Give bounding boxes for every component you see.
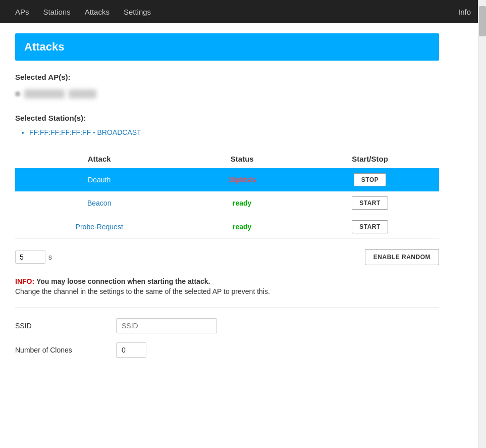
table-row-deauth: Deauth 10pkts/s STOP: [15, 168, 439, 191]
status-deauth: 10pkts/s: [183, 168, 301, 191]
start-beacon-button[interactable]: START: [352, 196, 388, 210]
ssid-input[interactable]: [116, 318, 217, 333]
selected-aps-display: [15, 86, 439, 102]
start-probe-request-cell: START: [301, 215, 439, 239]
nav-attacks[interactable]: Attacks: [78, 2, 117, 22]
timer-section: s: [15, 251, 52, 264]
attack-name-deauth: Deauth: [15, 168, 183, 191]
start-beacon-cell: START: [301, 191, 439, 215]
table-row-probe-request: Probe-Request ready START: [15, 215, 439, 239]
selected-stations-label: Selected Station(s):: [15, 114, 439, 122]
clones-label: Number of Clones: [15, 346, 116, 354]
nav-info[interactable]: Info: [451, 2, 478, 22]
scrollbar-thumb[interactable]: [479, 6, 486, 36]
form-section: SSID Number of Clones: [15, 318, 439, 358]
info-box: INFO: You may loose connection when star…: [15, 277, 439, 295]
scrollbar[interactable]: [478, 0, 486, 448]
ssid-label: SSID: [15, 322, 116, 330]
col-header-start-stop: Start/Stop: [301, 150, 439, 168]
attack-name-beacon: Beacon: [15, 191, 183, 215]
nav-aps[interactable]: APs: [8, 2, 36, 22]
info-sub-text: Change the channel in the settings to th…: [15, 287, 439, 295]
selected-stations-section: Selected Station(s): FF:FF:FF:FF:FF:FF -…: [15, 114, 439, 137]
station-item-broadcast: FF:FF:FF:FF:FF:FF - BROADCAST: [29, 127, 439, 137]
enable-random-button[interactable]: ENABLE RANDOM: [365, 249, 439, 265]
nav-stations[interactable]: Stations: [36, 2, 78, 22]
stop-deauth-button[interactable]: STOP: [354, 173, 386, 186]
timer-input[interactable]: [15, 251, 45, 264]
page-title: Attacks: [15, 33, 439, 61]
col-header-attack: Attack: [15, 150, 183, 168]
main-content: Attacks Selected AP(s): Selected Station…: [0, 23, 454, 377]
section-divider: [15, 308, 439, 308]
col-header-status: Status: [183, 150, 301, 168]
stop-deauth-cell: STOP: [301, 168, 439, 191]
navbar: APs Stations Attacks Settings Info: [0, 0, 486, 23]
stations-list: FF:FF:FF:FF:FF:FF - BROADCAST: [15, 127, 439, 137]
timer-row: s ENABLE RANDOM: [15, 249, 439, 265]
attack-name-probe-request: Probe-Request: [15, 215, 183, 239]
nav-settings[interactable]: Settings: [117, 2, 158, 22]
ap-indicator: [15, 91, 20, 96]
info-title: INFO:: [15, 277, 34, 285]
timer-unit: s: [48, 253, 52, 261]
selected-aps-label: Selected AP(s):: [15, 73, 439, 81]
ap-bssid-blurred: [69, 89, 96, 98]
status-probe-request: ready: [183, 215, 301, 239]
ssid-row: SSID: [15, 318, 439, 333]
attack-table: Attack Status Start/Stop Deauth 10pkts/s…: [15, 150, 439, 239]
table-row-beacon: Beacon ready START: [15, 191, 439, 215]
status-beacon: ready: [183, 191, 301, 215]
attack-table-section: Attack Status Start/Stop Deauth 10pkts/s…: [15, 150, 439, 239]
clones-input[interactable]: [116, 342, 146, 358]
clones-row: Number of Clones: [15, 342, 439, 358]
ap-ssid-blurred: [24, 89, 65, 98]
start-probe-request-button[interactable]: START: [352, 220, 388, 233]
info-main-text: You may loose connection when starting t…: [36, 277, 210, 285]
